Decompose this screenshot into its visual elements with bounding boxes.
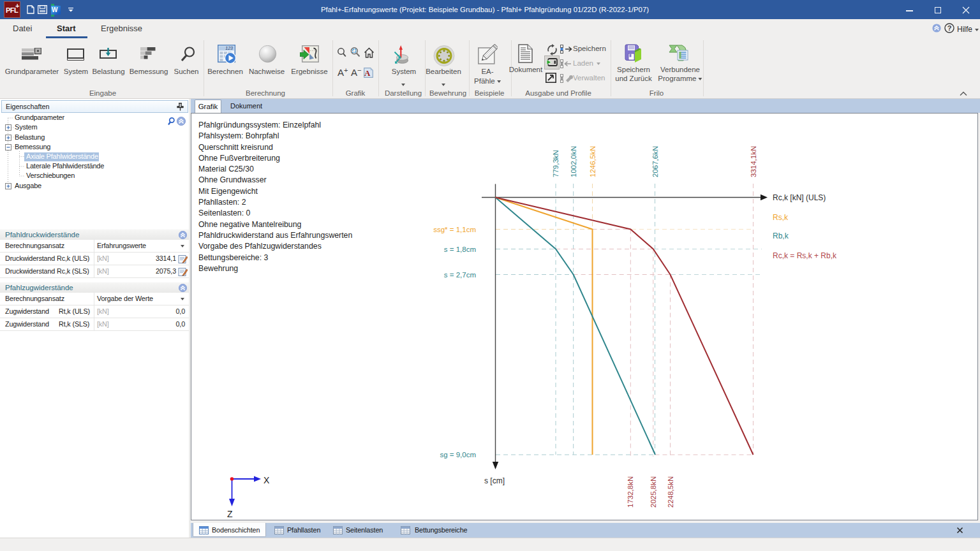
svg-text:s [cm]: s [cm] bbox=[484, 476, 505, 485]
svg-text:X: X bbox=[264, 475, 270, 485]
svg-text:1732,8kN: 1732,8kN bbox=[627, 476, 634, 508]
svg-text:Rs,k: Rs,k bbox=[773, 213, 789, 222]
svg-text:123: 123 bbox=[225, 46, 233, 50]
svg-text:sg = 9,0cm: sg = 9,0cm bbox=[440, 451, 476, 459]
svg-text:Rb,k: Rb,k bbox=[773, 231, 789, 240]
svg-text:2067,6kN: 2067,6kN bbox=[651, 146, 659, 177]
svg-text:A: A bbox=[364, 68, 371, 78]
svg-text:2248,5kN: 2248,5kN bbox=[667, 476, 674, 508]
svg-text:1002,0kN: 1002,0kN bbox=[570, 146, 577, 177]
svg-text:3314,1kN: 3314,1kN bbox=[750, 146, 757, 177]
svg-text:s = 1,8cm: s = 1,8cm bbox=[444, 246, 476, 253]
svg-text:2025,8kN: 2025,8kN bbox=[650, 476, 657, 508]
svg-text:ssg* = 1,1cm: ssg* = 1,1cm bbox=[433, 226, 476, 233]
svg-text:779,3kN: 779,3kN bbox=[552, 150, 560, 177]
svg-text:Rc,k [kN] (ULS): Rc,k [kN] (ULS) bbox=[773, 193, 826, 202]
svg-text:1246,5kN: 1246,5kN bbox=[589, 146, 597, 177]
svg-text:s = 2,7cm: s = 2,7cm bbox=[444, 271, 476, 279]
svg-text:?: ? bbox=[947, 24, 952, 32]
svg-text:Rc,k = Rs,k + Rb,k: Rc,k = Rs,k + Rb,k bbox=[773, 251, 837, 260]
svg-text:Z: Z bbox=[227, 509, 233, 519]
